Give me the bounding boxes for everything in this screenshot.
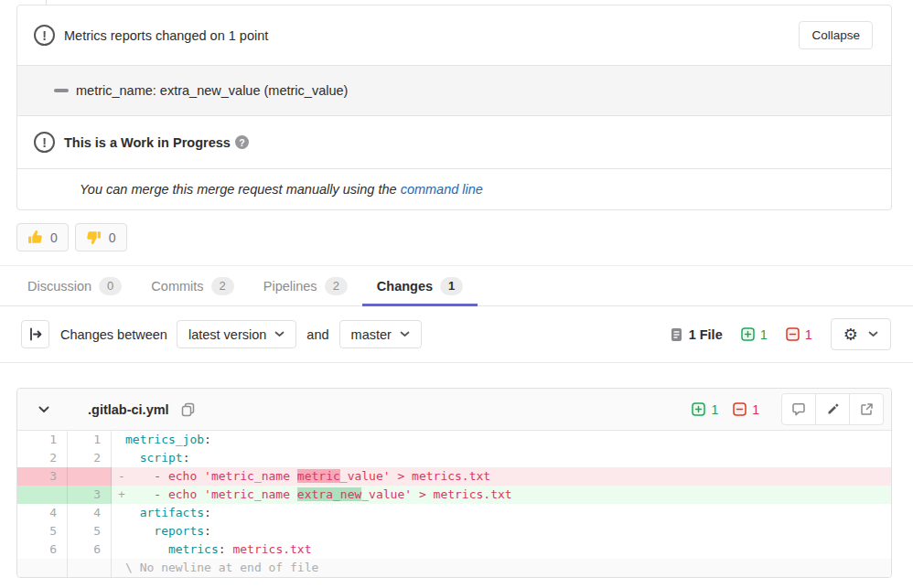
copy-file-path-button[interactable] <box>181 402 195 417</box>
thumbs-up-button[interactable]: 0 <box>16 223 69 251</box>
file-additions-count: 1 <box>692 402 718 417</box>
edit-file-button[interactable] <box>815 393 850 425</box>
compare-versions-bar: Changes between latest version and maste… <box>0 306 913 363</box>
tab-pipelines[interactable]: Pipelines2 <box>249 266 362 306</box>
tab-label: Pipelines <box>263 279 317 294</box>
status-warning-icon: ! <box>34 25 55 46</box>
tab-discussion[interactable]: Discussion0 <box>13 266 136 306</box>
toggle-file-browser-button[interactable] <box>21 320 49 348</box>
diff-row: 44 artifacts: <box>17 504 891 522</box>
diff-line-content: + - echo 'metric_name extra_new_value' >… <box>112 486 891 504</box>
code-segment: : <box>183 451 190 465</box>
tab-count-badge: 2 <box>211 277 234 295</box>
status-warning-icon: ! <box>34 132 55 153</box>
tab-label: Discussion <box>27 279 91 294</box>
thumbs-down-icon <box>86 230 102 245</box>
new-line-number[interactable]: 6 <box>68 540 112 559</box>
diff-row: 3+ - echo 'metric_name extra_new_value' … <box>17 486 891 504</box>
old-line-number[interactable]: 5 <box>17 522 68 540</box>
wip-section: ! This is a Work in Progress ? <box>17 116 891 168</box>
old-line-number[interactable]: 4 <box>17 504 68 522</box>
old-line-number[interactable]: 2 <box>17 449 68 467</box>
diff-row: 3- - echo 'metric_name metric_value' > m… <box>17 467 891 486</box>
diff-row: \ No newline at end of file <box>17 559 891 577</box>
diff-line-content: reports: <box>112 522 891 540</box>
new-line-number[interactable]: 1 <box>68 431 112 449</box>
thumbs-up-icon <box>27 230 43 245</box>
diff-file-name: .gitlab-ci.yml <box>88 402 169 417</box>
code-segment: metrics.txt <box>232 542 311 556</box>
diff-file-header-actions: 1 1 <box>692 393 884 425</box>
code-segment: extra_new <box>297 487 361 501</box>
metrics-report-row: metric_name: extra_new_value (metric_val… <box>17 65 891 116</box>
diff-file-button-group <box>781 393 884 425</box>
open-file-external-button[interactable] <box>849 393 884 425</box>
metrics-report-section: ! Metrics reports changed on 1 point Col… <box>17 5 891 65</box>
source-version-dropdown[interactable]: latest version <box>177 320 296 348</box>
and-label: and <box>306 327 328 342</box>
gear-icon: ⚙ <box>843 326 858 343</box>
tabs: Discussion0Commits2Pipelines2Changes1 <box>0 266 913 306</box>
award-emoji-row: 0 0 <box>16 210 913 265</box>
diff-settings-dropdown[interactable]: ⚙ <box>831 318 891 350</box>
code-segment: : <box>204 433 211 446</box>
comment-on-file-button[interactable] <box>781 393 816 425</box>
code-segment <box>125 542 168 556</box>
old-line-number[interactable]: 1 <box>17 431 68 449</box>
diff-line-content: script: <box>112 449 891 467</box>
merge-manually-text: You can merge this merge request manuall… <box>80 182 397 197</box>
thumbs-down-button[interactable]: 0 <box>75 223 127 251</box>
target-version-dropdown[interactable]: master <box>339 320 422 348</box>
comment-icon <box>791 402 806 417</box>
thumbs-down-count: 0 <box>109 230 116 245</box>
command-line-link[interactable]: command line <box>401 182 483 197</box>
diff-line-marker: + <box>118 486 125 504</box>
old-line-number[interactable] <box>17 486 68 504</box>
deletions-count: 1 <box>786 327 812 342</box>
file-additions-value: 1 <box>711 402 718 417</box>
tab-changes[interactable]: Changes1 <box>362 266 478 306</box>
additions-count: 1 <box>741 327 768 342</box>
minus-square-icon <box>733 402 747 416</box>
code-segment: metrics <box>168 542 219 556</box>
mr-status-widget: ! Metrics reports changed on 1 point Col… <box>16 5 892 210</box>
collapse-button[interactable]: Collapse <box>799 21 873 49</box>
collapse-diff-caret[interactable] <box>30 396 58 423</box>
help-question-icon[interactable]: ? <box>235 135 249 149</box>
new-line-number[interactable]: 2 <box>68 449 112 467</box>
old-line-number[interactable]: 6 <box>17 540 68 559</box>
diff-stats: 1 File 1 1 ⚙ <box>670 318 891 350</box>
external-link-icon <box>860 402 874 416</box>
tab-label: Commits <box>151 279 203 294</box>
new-line-number[interactable]: 4 <box>68 504 112 522</box>
tab-label: Changes <box>377 279 433 294</box>
chevron-down-icon <box>38 406 49 413</box>
code-segment <box>125 506 140 519</box>
files-count: 1 File <box>670 327 723 342</box>
code-segment <box>125 451 140 465</box>
metric-changed-dash-icon <box>54 89 69 92</box>
diff-row: 11metrics_job: <box>17 431 891 449</box>
new-line-number <box>68 559 112 577</box>
code-segment: artifacts <box>140 506 204 519</box>
wip-text: This is a Work in Progress ? <box>64 135 249 150</box>
tab-commits[interactable]: Commits2 <box>136 266 248 306</box>
old-line-number[interactable]: 3 <box>17 467 68 486</box>
thumbs-up-count: 0 <box>50 230 58 245</box>
sidebar-toggle-icon <box>28 327 43 341</box>
chevron-down-icon <box>274 331 285 337</box>
diff-file: .gitlab-ci.yml 1 1 <box>16 388 892 578</box>
new-line-number[interactable]: 3 <box>68 486 112 504</box>
code-segment: reports <box>154 524 204 538</box>
code-segment: - echo 'metric_name <box>125 469 297 483</box>
code-segment: : <box>204 506 211 519</box>
code-segment: metrics_job <box>125 433 204 446</box>
additions-value: 1 <box>760 327 768 342</box>
code-segment: metric <box>297 469 340 483</box>
metrics-report-text: Metrics reports changed on 1 point <box>64 28 268 43</box>
code-segment: _value' > metrics.txt <box>340 469 490 483</box>
diff-row: 22 script: <box>17 449 891 467</box>
new-line-number[interactable] <box>68 467 112 486</box>
new-line-number[interactable]: 5 <box>68 522 112 540</box>
plus-square-icon <box>692 402 705 416</box>
